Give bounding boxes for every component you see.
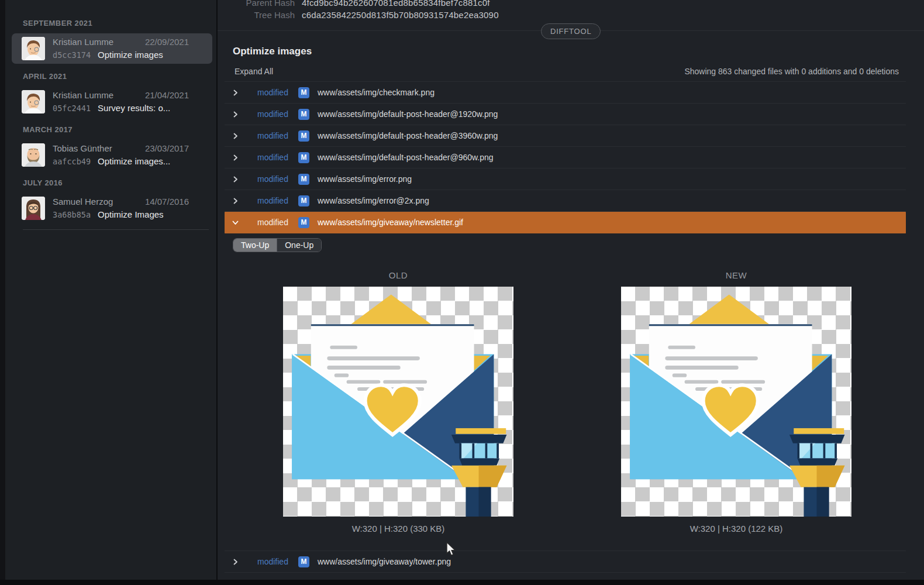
two-up-segment[interactable]: Two-Up bbox=[233, 239, 277, 252]
file-status: modified bbox=[257, 153, 291, 162]
file-row-tower[interactable]: modified M www/assets/img/giveaway/tower… bbox=[225, 551, 906, 573]
modified-badge: M bbox=[298, 174, 309, 185]
chevron-right-icon[interactable] bbox=[232, 197, 239, 204]
commit-item-05fc2441[interactable]: Kristian Lumme 21/04/2021 05fc2441 Surve… bbox=[12, 87, 212, 117]
commit-author: Samuel Herzog bbox=[53, 195, 113, 208]
commit-title: Optimize images bbox=[233, 46, 924, 57]
commit-date: 23/03/2017 bbox=[145, 142, 189, 155]
commit-author: Kristian Lumme bbox=[53, 36, 113, 49]
commit-author: Kristian Lumme bbox=[53, 89, 113, 102]
file-path: www/assets/img/giveaway/newsletter.gif bbox=[318, 218, 463, 227]
commit-message: Survey results: o... bbox=[98, 102, 170, 115]
modified-badge: M bbox=[298, 152, 309, 163]
month-group-header: APRIL 2021 bbox=[23, 72, 216, 81]
commit-hash: 3a68b85a bbox=[53, 208, 91, 221]
file-path: www/assets/img/checkmark.png bbox=[318, 88, 435, 97]
commit-message: Optimize images bbox=[98, 49, 163, 61]
parent-hash-row: Parent Hash 4fcd9bc94b262607081ed8b65834… bbox=[218, 0, 499, 9]
commit-history-sidebar: SEPTEMBER 2021 Kristian Lumme 22/09/2021… bbox=[5, 0, 218, 585]
changed-files-list-continued: modified M www/assets/img/giveaway/tower… bbox=[225, 550, 906, 573]
difftool-button[interactable]: DIFFTOOL bbox=[541, 23, 601, 39]
view-mode-toggle: Two-Up One-Up bbox=[233, 238, 322, 252]
file-row-newsletter-selected[interactable]: modified M www/assets/img/giveaway/newsl… bbox=[225, 212, 906, 233]
newsletter-illustration bbox=[292, 295, 506, 517]
file-status: modified bbox=[257, 196, 291, 205]
commit-item-aafccb49[interactable]: Tobias Günther 23/03/2017 aafccb49 Optim… bbox=[12, 140, 212, 170]
commit-hash: 05fc2441 bbox=[53, 102, 91, 115]
commit-text: Tobias Günther 23/03/2017 aafccb49 Optim… bbox=[53, 142, 189, 168]
chevron-right-icon[interactable] bbox=[232, 176, 239, 183]
chevron-right-icon[interactable] bbox=[232, 111, 239, 118]
new-label: NEW bbox=[621, 270, 851, 280]
file-row-error[interactable]: modified M www/assets/img/error.png bbox=[225, 168, 906, 190]
file-row-header-960w[interactable]: modified M www/assets/img/default-post-h… bbox=[225, 147, 906, 168]
file-path: www/assets/img/error.png bbox=[318, 174, 412, 184]
commit-date: 21/04/2021 bbox=[145, 89, 189, 102]
avatar bbox=[22, 197, 45, 220]
avatar bbox=[22, 37, 45, 60]
file-row-error-2x[interactable]: modified M www/assets/img/error@2x.png bbox=[225, 190, 906, 212]
new-image-column: NEW bbox=[621, 270, 851, 534]
chevron-right-icon[interactable] bbox=[232, 558, 239, 565]
modified-badge: M bbox=[298, 556, 309, 567]
modified-badge: M bbox=[298, 109, 309, 120]
file-status: modified bbox=[257, 174, 291, 184]
file-path: www/assets/img/default-post-header@3960w… bbox=[318, 131, 498, 140]
chevron-right-icon[interactable] bbox=[232, 132, 239, 139]
old-image-preview bbox=[283, 287, 513, 517]
one-up-segment[interactable]: One-Up bbox=[277, 239, 321, 252]
modified-badge: M bbox=[298, 195, 309, 207]
commit-hash: d5cc3174 bbox=[53, 49, 91, 61]
avatar bbox=[22, 90, 45, 113]
commit-author: Tobias Günther bbox=[53, 142, 112, 155]
tree-hash-label: Tree Hash bbox=[218, 9, 295, 21]
commit-text: Kristian Lumme 22/09/2021 d5cc3174 Optim… bbox=[53, 36, 189, 61]
file-status: modified bbox=[257, 218, 291, 227]
file-path: www/assets/img/giveaway/tower.png bbox=[318, 557, 451, 566]
month-group-header: SEPTEMBER 2021 bbox=[23, 19, 216, 27]
expand-all-link[interactable]: Expand All bbox=[235, 67, 273, 76]
chevron-right-icon[interactable] bbox=[232, 89, 239, 96]
new-image-dimensions: W:320 | H:320 (122 KB) bbox=[621, 524, 851, 534]
file-path: www/assets/img/default-post-header@960w.… bbox=[318, 153, 494, 162]
newsletter-illustration bbox=[630, 295, 844, 517]
commit-item-3a68b85a[interactable]: Samuel Herzog 14/07/2016 3a68b85a Optimi… bbox=[12, 193, 212, 223]
commit-date: 14/07/2016 bbox=[145, 195, 189, 208]
file-status: modified bbox=[257, 557, 291, 566]
file-path: www/assets/img/default-post-header@1920w… bbox=[318, 109, 498, 119]
file-row-checkmark[interactable]: modified M www/assets/img/checkmark.png bbox=[225, 82, 906, 104]
month-group-header: JULY 2016 bbox=[23, 178, 216, 187]
file-path: www/assets/img/error@2x.png bbox=[318, 196, 429, 205]
old-image-dimensions: W:320 | H:320 (330 KB) bbox=[283, 524, 513, 534]
modified-badge: M bbox=[298, 87, 309, 98]
window-left-edge bbox=[0, 0, 5, 585]
old-image-column: OLD bbox=[283, 270, 513, 534]
commit-detail-pane: Parent Hash 4fcd9bc94b262607081ed8b65834… bbox=[218, 0, 924, 585]
parent-hash-label: Parent Hash bbox=[218, 0, 295, 9]
commit-text: Samuel Herzog 14/07/2016 3a68b85a Optimi… bbox=[53, 195, 189, 221]
commit-hash: aafccb49 bbox=[53, 155, 91, 168]
file-status: modified bbox=[257, 109, 291, 119]
commit-message: Optimize Images bbox=[98, 208, 164, 221]
sidebar-divider bbox=[23, 229, 209, 230]
modified-badge: M bbox=[298, 217, 309, 228]
image-comparison: OLD bbox=[218, 270, 924, 534]
changed-files-meta: Expand All Showing 863 changed files wit… bbox=[235, 67, 899, 76]
commit-item-d5cc3174[interactable]: Kristian Lumme 22/09/2021 d5cc3174 Optim… bbox=[12, 33, 212, 64]
month-group-header: MARCH 2017 bbox=[23, 125, 216, 134]
avatar bbox=[22, 143, 45, 167]
chevron-right-icon[interactable] bbox=[232, 154, 239, 161]
window-bottom-edge bbox=[0, 580, 924, 585]
parent-hash-value: 4fcd9bc94b262607081ed8b65834fbef7c881c0f bbox=[302, 0, 490, 9]
tree-hash-row: Tree Hash c6da235842250d813f5b70b8093157… bbox=[218, 9, 499, 21]
git-client-window: SEPTEMBER 2021 Kristian Lumme 22/09/2021… bbox=[0, 0, 924, 585]
commit-date: 22/09/2021 bbox=[145, 36, 189, 49]
file-row-header-3960w[interactable]: modified M www/assets/img/default-post-h… bbox=[225, 125, 906, 147]
new-image-preview bbox=[621, 287, 851, 517]
file-status: modified bbox=[257, 88, 291, 97]
tower bbox=[789, 428, 845, 517]
commit-message: Optimize images... bbox=[98, 155, 170, 168]
file-row-header-1920w[interactable]: modified M www/assets/img/default-post-h… bbox=[225, 104, 906, 125]
commit-text: Kristian Lumme 21/04/2021 05fc2441 Surve… bbox=[53, 89, 189, 115]
chevron-down-icon[interactable] bbox=[232, 219, 239, 226]
